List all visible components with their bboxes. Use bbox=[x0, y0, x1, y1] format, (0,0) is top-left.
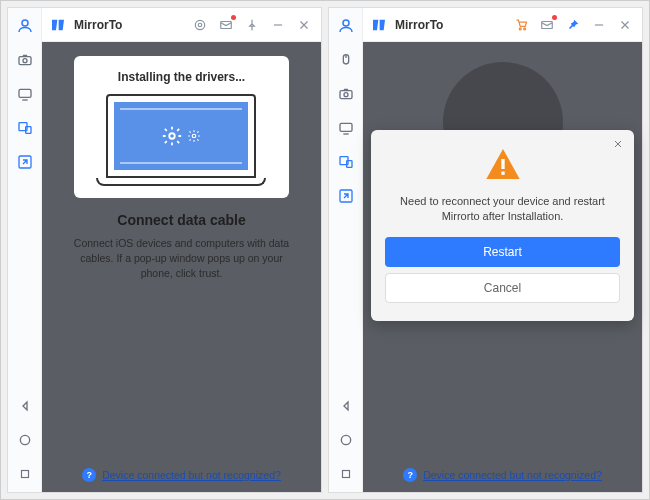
pin-icon[interactable] bbox=[564, 16, 582, 34]
circle-icon[interactable] bbox=[336, 430, 356, 450]
warning-icon bbox=[481, 144, 525, 184]
pin-icon[interactable] bbox=[243, 16, 261, 34]
main-panel: MirrorTo Installing the drivers... bbox=[42, 8, 321, 492]
svg-rect-16 bbox=[340, 91, 352, 99]
laptop-illustration bbox=[106, 94, 256, 186]
notification-dot bbox=[552, 15, 557, 20]
user-icon[interactable] bbox=[15, 16, 35, 36]
devices-icon[interactable] bbox=[336, 152, 356, 172]
gear-icon-small bbox=[187, 129, 201, 143]
svg-point-22 bbox=[341, 435, 350, 444]
mail-icon[interactable] bbox=[217, 16, 235, 34]
app-window-left: MirrorTo Installing the drivers... bbox=[7, 7, 322, 493]
close-icon[interactable] bbox=[295, 16, 313, 34]
svg-point-2 bbox=[23, 59, 27, 63]
devices-icon[interactable] bbox=[15, 118, 35, 138]
app-logo-icon bbox=[371, 17, 387, 33]
app-logo-icon bbox=[50, 17, 66, 33]
notification-dot bbox=[231, 15, 236, 20]
svg-point-9 bbox=[195, 20, 204, 29]
svg-point-10 bbox=[198, 23, 202, 27]
content-description: Connect iOS devices and computers with d… bbox=[66, 236, 297, 282]
svg-point-25 bbox=[523, 28, 525, 30]
svg-rect-3 bbox=[19, 89, 31, 97]
card-title: Installing the drivers... bbox=[118, 70, 245, 84]
expand-icon[interactable] bbox=[336, 186, 356, 206]
help-link[interactable]: Device connected but not recognized? bbox=[423, 469, 602, 481]
content-area: Installing the drivers... Connect data c… bbox=[42, 42, 321, 492]
svg-point-12 bbox=[170, 133, 176, 139]
expand-icon[interactable] bbox=[15, 152, 35, 172]
help-link[interactable]: Device connected but not recognized? bbox=[102, 469, 281, 481]
svg-point-17 bbox=[344, 93, 348, 97]
help-row: ? Device connected but not recognized? bbox=[403, 454, 602, 482]
screen-icon[interactable] bbox=[15, 84, 35, 104]
help-row: ? Device connected but not recognized? bbox=[82, 454, 281, 482]
target-icon[interactable] bbox=[191, 16, 209, 34]
user-icon[interactable] bbox=[336, 16, 356, 36]
svg-point-14 bbox=[343, 20, 349, 26]
cancel-button[interactable]: Cancel bbox=[385, 273, 620, 303]
square-icon[interactable] bbox=[336, 464, 356, 484]
minimize-icon[interactable] bbox=[590, 16, 608, 34]
circle-icon[interactable] bbox=[15, 430, 35, 450]
camera-icon[interactable] bbox=[15, 50, 35, 70]
restart-modal: Need to reconnect your device and restar… bbox=[371, 130, 634, 321]
content-area: Connect data cable Connect the iOS devic… bbox=[363, 42, 642, 492]
svg-rect-27 bbox=[501, 159, 504, 169]
help-icon: ? bbox=[403, 468, 417, 482]
svg-rect-28 bbox=[501, 172, 504, 175]
svg-point-7 bbox=[20, 435, 29, 444]
content-heading: Connect data cable bbox=[117, 212, 245, 228]
gear-icon bbox=[161, 125, 183, 147]
close-icon[interactable] bbox=[616, 16, 634, 34]
titlebar: MirrorTo bbox=[363, 8, 642, 42]
back-icon[interactable] bbox=[15, 396, 35, 416]
help-icon: ? bbox=[82, 468, 96, 482]
camera-icon[interactable] bbox=[336, 84, 356, 104]
back-icon[interactable] bbox=[336, 396, 356, 416]
svg-rect-8 bbox=[21, 471, 28, 478]
install-card: Installing the drivers... bbox=[74, 56, 290, 198]
sidebar bbox=[8, 8, 42, 492]
mouse-icon[interactable] bbox=[336, 50, 356, 70]
app-title: MirrorTo bbox=[74, 18, 122, 32]
minimize-icon[interactable] bbox=[269, 16, 287, 34]
square-icon[interactable] bbox=[15, 464, 35, 484]
restart-button[interactable]: Restart bbox=[385, 237, 620, 267]
app-title: MirrorTo bbox=[395, 18, 443, 32]
titlebar: MirrorTo bbox=[42, 8, 321, 42]
screen-icon[interactable] bbox=[336, 118, 356, 138]
sidebar bbox=[329, 8, 363, 492]
svg-point-0 bbox=[22, 20, 28, 26]
mail-icon[interactable] bbox=[538, 16, 556, 34]
main-panel: MirrorTo Connect data cable Connect the bbox=[363, 8, 642, 492]
cart-icon[interactable] bbox=[512, 16, 530, 34]
svg-point-13 bbox=[193, 134, 197, 138]
svg-rect-1 bbox=[19, 57, 31, 65]
svg-point-24 bbox=[519, 28, 521, 30]
svg-rect-23 bbox=[342, 471, 349, 478]
svg-rect-18 bbox=[340, 123, 352, 131]
modal-message: Need to reconnect your device and restar… bbox=[394, 194, 610, 225]
modal-close-icon[interactable] bbox=[610, 136, 626, 152]
app-window-right: MirrorTo Connect data cable Connect the bbox=[328, 7, 643, 493]
